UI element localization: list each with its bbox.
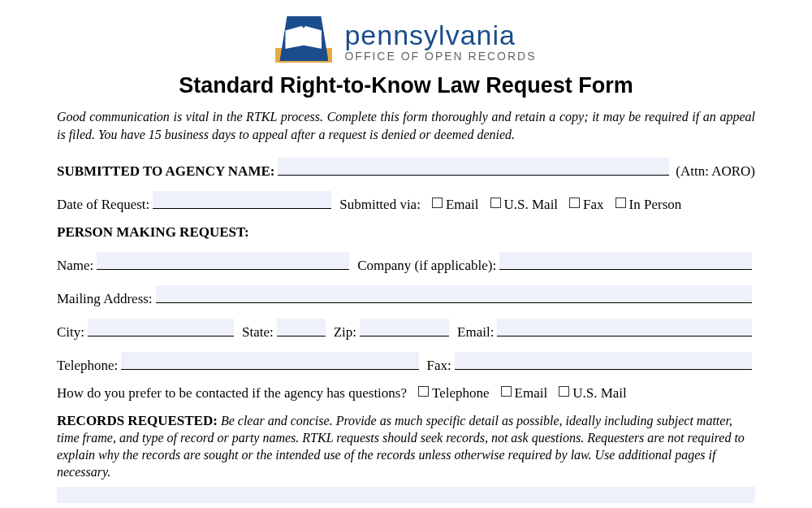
submitted-via-label: Submitted via: xyxy=(339,197,421,213)
brand-text: pennsylvania OFFICE OF OPEN RECORDS xyxy=(344,20,536,63)
option-fax: Fax xyxy=(583,197,604,213)
header: pennsylvania OFFICE OF OPEN RECORDS xyxy=(57,16,755,65)
telephone-field[interactable] xyxy=(121,352,418,370)
intro-text: Good communication is vital in the RTKL … xyxy=(57,108,755,143)
attn-text: (Attn: AORO) xyxy=(676,163,755,180)
pa-keystone-logo xyxy=(275,16,332,65)
date-label: Date of Request: xyxy=(57,197,149,213)
pref-email: Email xyxy=(515,385,548,402)
fax-field[interactable] xyxy=(455,352,752,370)
name-label: Name: xyxy=(57,258,93,274)
agency-row: SUBMITTED TO AGENCY NAME: (Attn: AORO) xyxy=(57,158,755,180)
checkbox-usmail[interactable] xyxy=(490,198,501,208)
checkbox-pref-usmail[interactable] xyxy=(559,386,569,397)
company-label: Company (if applicable): xyxy=(357,258,496,274)
agency-label: SUBMITTED TO AGENCY NAME: xyxy=(57,163,274,180)
fax-label: Fax: xyxy=(427,358,451,374)
checkbox-pref-telephone[interactable] xyxy=(418,386,429,397)
state-label: State: xyxy=(242,324,274,341)
form-title: Standard Right-to-Know Law Request Form xyxy=(57,73,755,98)
mailing-row: Mailing Address: xyxy=(57,285,755,307)
date-field[interactable] xyxy=(153,191,331,209)
checkbox-fax[interactable] xyxy=(569,198,580,208)
person-heading: PERSON MAKING REQUEST: xyxy=(57,224,249,241)
records-requested-field[interactable] xyxy=(57,487,755,503)
name-field[interactable] xyxy=(97,252,349,270)
agency-name-field[interactable] xyxy=(278,158,669,176)
option-inperson: In Person xyxy=(629,197,682,213)
checkbox-email[interactable] xyxy=(432,198,443,208)
city-field[interactable] xyxy=(88,319,234,336)
company-field[interactable] xyxy=(499,252,752,270)
mailing-label: Mailing Address: xyxy=(57,291,153,307)
checkbox-inperson[interactable] xyxy=(615,198,626,208)
brand-name: pennsylvania xyxy=(344,20,536,51)
records-block: RECORDS REQUESTED: Be clear and concise.… xyxy=(57,413,755,480)
name-company-row: Name: Company (if applicable): xyxy=(57,252,755,274)
email-field[interactable] xyxy=(497,319,752,336)
person-heading-row: PERSON MAKING REQUEST: xyxy=(57,224,755,241)
zip-label: Zip: xyxy=(334,324,356,341)
option-email: Email xyxy=(446,197,479,213)
mailing-field[interactable] xyxy=(156,285,752,303)
brand-subtitle: OFFICE OF OPEN RECORDS xyxy=(344,50,536,63)
date-submitted-row: Date of Request: Submitted via: Email U.… xyxy=(57,191,755,213)
records-label: RECORDS REQUESTED: xyxy=(57,413,218,428)
state-field[interactable] xyxy=(277,319,326,336)
city-label: City: xyxy=(57,324,84,341)
checkbox-pref-email[interactable] xyxy=(501,386,512,397)
email-label: Email: xyxy=(457,324,494,341)
telephone-label: Telephone: xyxy=(57,358,118,374)
pref-usmail: U.S. Mail xyxy=(572,385,627,402)
option-usmail: U.S. Mail xyxy=(504,197,559,213)
telephone-fax-row: Telephone: Fax: xyxy=(57,352,755,374)
zip-field[interactable] xyxy=(360,319,449,336)
city-state-zip-email-row: City: State: Zip: Email: xyxy=(57,319,755,341)
pref-telephone: Telephone xyxy=(432,385,490,402)
contact-pref-question: How do you prefer to be contacted if the… xyxy=(57,385,407,402)
contact-pref-row: How do you prefer to be contacted if the… xyxy=(57,385,755,402)
